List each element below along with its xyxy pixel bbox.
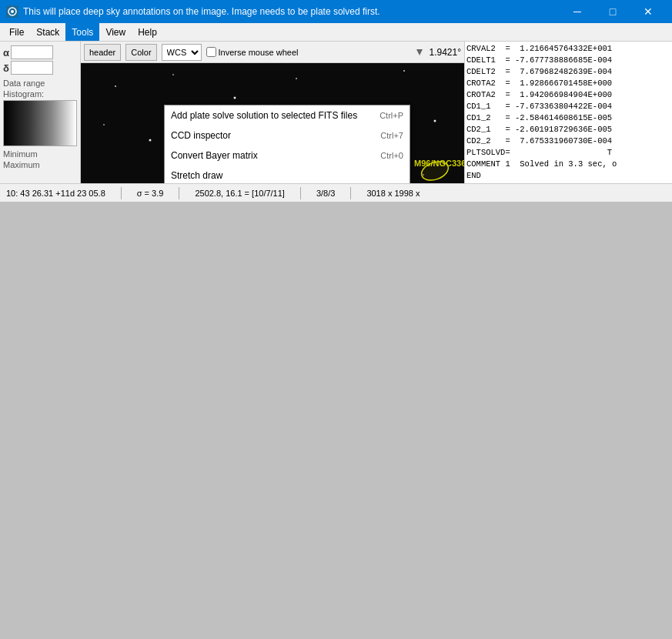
center-area: header Color WCS Inverse mouse wheel 1.9… — [81, 42, 464, 183]
svg-point-2 — [11, 10, 14, 13]
svg-marker-3 — [416, 49, 423, 55]
main-content: α 10 4 δ +12 Data range Histogram: Minim… — [0, 42, 672, 183]
projection-select[interactable]: WCS — [162, 44, 202, 61]
m96-label: M96/NGC3368 — [414, 159, 464, 168]
menu-item-ccd-label: CCD inspector — [171, 130, 231, 141]
fits-line-5: CD1_1 = -7.673363804422E-004 — [466, 101, 670, 112]
alpha-label: α — [3, 47, 9, 59]
menu-shortcut-bayer: Ctrl+0 — [380, 151, 403, 160]
svg-point-15 — [103, 124, 105, 125]
image-area[interactable]: M95/NGC3351 M96/NGC3368 IC643/PGC32392 i… — [81, 63, 464, 183]
minimum-label: Minimum — [3, 149, 77, 159]
svg-point-16 — [149, 139, 152, 142]
svg-point-7 — [234, 97, 236, 99]
fits-header-panel[interactable]: CRVAL2 = 1.216645764332E+001 CDELT1 = -7… — [464, 42, 672, 183]
menu-shortcut-ccd: Ctrl+7 — [380, 131, 403, 140]
status-bar: 10: 43 26.31 +11d 23 05.8 σ = 3.9 2502.8… — [0, 183, 672, 202]
maximize-button[interactable]: □ — [595, 0, 630, 23]
arrow-down-icon — [413, 45, 426, 60]
fits-line-8: CD2_2 = 7.675331960730E-004 — [466, 135, 670, 147]
delta-input[interactable]: +12 — [11, 61, 53, 75]
title-bar-text: This will place deep sky annotations on … — [23, 6, 560, 17]
minimize-button[interactable]: ─ — [560, 0, 595, 23]
svg-point-5 — [115, 85, 116, 87]
svg-point-21 — [434, 120, 436, 122]
fits-line-4: CROTA2 = 1.942066984904E+000 — [466, 89, 670, 101]
fits-line-7: CD2_1 = -2.601918729636E-005 — [466, 124, 670, 135]
status-page: 3/8/3 — [316, 189, 335, 198]
zoom-value: 1.9421° — [429, 47, 461, 58]
header-button[interactable]: header — [84, 44, 121, 61]
maximum-label: Maximum — [3, 160, 77, 169]
menu-item-plate-solve[interactable]: Add plate solve solution to selected FIT… — [165, 105, 410, 125]
menu-help[interactable]: Help — [132, 23, 163, 41]
status-divider-4 — [350, 187, 351, 199]
histogram-label: Histogram: — [3, 89, 77, 99]
status-coords: 10: 43 26.31 +11d 23 05.8 — [6, 189, 105, 198]
menu-stack[interactable]: Stack — [30, 23, 65, 41]
menu-item-bayer[interactable]: Convert Bayer matrix Ctrl+0 — [165, 146, 410, 166]
zoom-indicator: 1.9421° — [413, 45, 461, 60]
left-panel: α 10 4 δ +12 Data range Histogram: Minim… — [0, 42, 81, 183]
delta-label: δ — [3, 62, 9, 74]
delta-row: δ +12 — [3, 60, 77, 75]
menu-tools[interactable]: Tools — [65, 23, 99, 41]
fits-line-1: CDELT1 = -7.677738886685E-004 — [466, 55, 670, 66]
menu-item-bayer-label: Convert Bayer matrix — [171, 150, 258, 161]
fits-line-6: CD1_2 = -2.584614608615E-005 — [466, 112, 670, 124]
menu-bar: File Stack Tools View Help — [0, 23, 672, 42]
fits-line-10: COMMENT 1 Solved in 3.3 sec, o — [466, 159, 670, 170]
second-toolbar: header Color WCS Inverse mouse wheel 1.9… — [81, 42, 464, 63]
svg-point-10 — [403, 70, 405, 72]
fits-line-0: CRVAL2 = 1.216645764332E+001 — [466, 43, 670, 55]
status-divider-2 — [179, 187, 179, 199]
svg-point-8 — [296, 78, 297, 79]
menu-item-ccd-inspector[interactable]: CCD inspector Ctrl+7 — [165, 125, 410, 146]
title-bar: This will place deep sky annotations on … — [0, 0, 672, 23]
menu-item-plate-solve-label: Add plate solve solution to selected FIT… — [171, 110, 357, 121]
fits-line-2: CDELT2 = 7.679682482639E-004 — [466, 66, 670, 78]
status-divider-3 — [300, 187, 301, 199]
menu-shortcut-plate-solve: Ctrl+P — [379, 111, 403, 120]
inverse-checkbox[interactable] — [206, 47, 216, 57]
fits-line-11: END — [466, 170, 670, 182]
histogram-chart — [3, 100, 77, 146]
status-sigma: σ = 3.9 — [137, 189, 164, 198]
inverse-checkbox-label: Inverse mouse wheel — [206, 47, 299, 57]
status-divider-1 — [121, 187, 122, 199]
tools-dropdown-menu: Add plate solve solution to selected FIT… — [164, 105, 410, 183]
window-controls: ─ □ ✕ — [560, 0, 666, 23]
menu-view[interactable]: View — [99, 23, 132, 41]
alpha-input[interactable]: 10 4 — [11, 45, 53, 59]
fits-line-3: CROTA2 = 1.928666701458E+000 — [466, 78, 670, 89]
menu-item-stretch[interactable]: Stretch draw — [165, 166, 410, 183]
status-position: 2502.8, 16.1 = [10/7/11] — [195, 189, 285, 198]
color-button[interactable]: Color — [125, 44, 156, 61]
fits-line-9: PLTSOLVD= T — [466, 147, 670, 159]
data-range-label: Data range — [3, 79, 77, 88]
menu-file[interactable]: File — [3, 23, 30, 41]
close-button[interactable]: ✕ — [630, 0, 666, 23]
svg-point-6 — [172, 74, 174, 75]
inverse-label: Inverse mouse wheel — [219, 48, 299, 57]
status-dimensions: 3018 x 1998 x — [366, 189, 420, 198]
menu-item-stretch-label: Stretch draw — [171, 170, 222, 181]
alpha-row: α 10 4 — [3, 45, 77, 60]
app-icon — [6, 5, 18, 18]
